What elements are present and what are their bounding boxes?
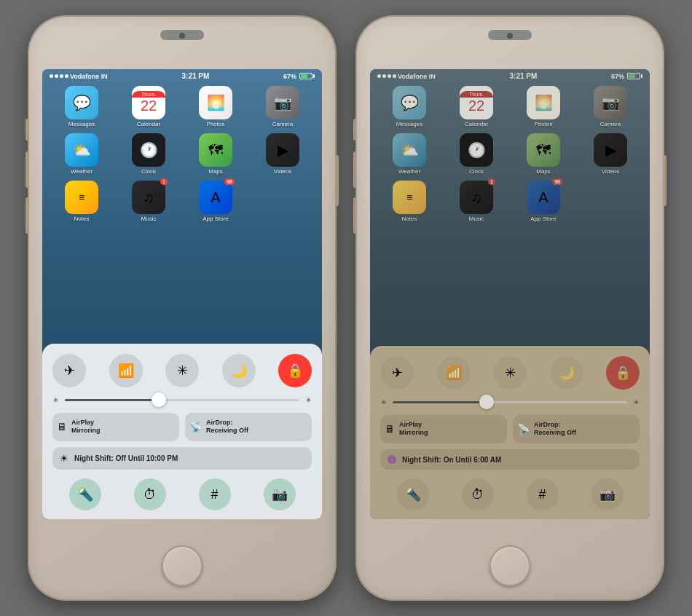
control-center-left: ✈ 📶 ✳ 🌙 🔒 ☀ ☀ bbox=[42, 344, 322, 519]
app-videos-right[interactable]: ▶ Videos bbox=[580, 133, 641, 175]
home-button-right[interactable] bbox=[489, 545, 530, 586]
app-weather-right[interactable]: ⛅ Weather bbox=[379, 133, 440, 175]
battery-icon-right bbox=[627, 73, 642, 79]
app-music-left[interactable]: ♫ 1 Music bbox=[118, 181, 179, 222]
volume-up-left[interactable] bbox=[25, 151, 29, 188]
camera-btn-right[interactable]: 📷 bbox=[591, 478, 624, 510]
app-calendar-left[interactable]: Thurs. 22 Calendar bbox=[118, 86, 179, 127]
battery-pct-right: 67% bbox=[611, 73, 624, 80]
app-notes-right[interactable]: ≡ Notes bbox=[379, 181, 440, 222]
battery-icon-left bbox=[299, 73, 315, 79]
right-phone: Vodafone IN 3:21 PM 67% 💬 Messages bbox=[357, 17, 663, 599]
brightness-slider-right[interactable]: ☀ ☀ bbox=[380, 398, 640, 406]
dnd-toggle-left[interactable]: 🌙 bbox=[222, 354, 256, 387]
app-clock-right[interactable]: 🕐 Clock bbox=[446, 133, 507, 175]
app-notes-left[interactable]: ≡ Notes bbox=[51, 181, 112, 222]
slider-track-right[interactable] bbox=[393, 401, 627, 403]
left-phone: Vodafone IN 3:21 PM 67% 💬 Messages bbox=[29, 17, 335, 599]
app-messages-left[interactable]: 💬 Messages bbox=[51, 86, 112, 127]
brightness-min-icon-left: ☀ bbox=[52, 396, 59, 404]
airplay-btn-right[interactable]: 🖥 AirPlayMirroring bbox=[380, 415, 507, 443]
brightness-max-icon-right: ☀ bbox=[633, 398, 640, 406]
bluetooth-toggle-left[interactable]: ✳ bbox=[165, 354, 199, 387]
volume-down-left[interactable] bbox=[25, 197, 29, 234]
camera-btn-left[interactable]: 📷 bbox=[264, 478, 296, 510]
night-shift-icon-left: ☀ bbox=[60, 453, 68, 464]
app-camera-right[interactable]: 📷 Camera bbox=[580, 86, 641, 127]
flashlight-btn-right[interactable]: 🔦 bbox=[397, 478, 429, 510]
night-shift-label-right: Night Shift: On Until 6:00 AM bbox=[402, 456, 501, 464]
app-camera-left[interactable]: 📷 Camera bbox=[252, 86, 313, 127]
app-grid-left: 💬 Messages Thurs. 22 Calendar 🌅 Photos 📷 bbox=[42, 82, 322, 226]
cc-service-row-left: 🖥 AirPlayMirroring 📡 AirDrop:Receiving O… bbox=[52, 413, 312, 441]
status-bar-left: Vodafone IN 3:21 PM 67% bbox=[42, 69, 322, 82]
dnd-toggle-right[interactable]: 🌙 bbox=[550, 356, 583, 390]
app-clock-left[interactable]: 🕐 Clock bbox=[118, 133, 179, 175]
airdrop-label-right: AirDrop:Receiving Off bbox=[534, 421, 576, 438]
airdrop-label-left: AirDrop:Receiving Off bbox=[206, 419, 248, 435]
brightness-max-icon-left: ☀ bbox=[305, 396, 312, 404]
volume-down-right[interactable] bbox=[353, 197, 357, 234]
timer-btn-right[interactable]: ⏱ bbox=[462, 478, 494, 510]
app-grid-right: 💬 Messages Thurs. 22 Calendar 🌅 Photos 📷 bbox=[370, 82, 650, 226]
rotation-lock-right[interactable]: 🔒 bbox=[606, 356, 640, 390]
camera-left bbox=[179, 33, 185, 39]
airdrop-icon-right: 📡 bbox=[517, 423, 530, 435]
app-music-right[interactable]: ♫ 1 Music bbox=[446, 181, 507, 222]
night-shift-btn-right[interactable]: Night Shift: On Until 6:00 AM bbox=[380, 449, 640, 470]
rotation-lock-left[interactable]: 🔒 bbox=[278, 354, 312, 387]
app-appstore-right[interactable]: A 98 App Store bbox=[513, 181, 574, 222]
cc-toggle-row-right: ✈ 📶 ✳ 🌙 🔒 bbox=[380, 356, 640, 390]
app-photos-left[interactable]: 🌅 Photos bbox=[185, 86, 246, 127]
phone-screen-left: Vodafone IN 3:21 PM 67% 💬 Messages bbox=[42, 69, 322, 519]
carrier-left: Vodafone IN bbox=[70, 73, 108, 80]
slider-track-left[interactable] bbox=[65, 399, 299, 401]
wifi-toggle-right[interactable]: 📶 bbox=[437, 356, 471, 390]
airplay-icon-right: 🖥 bbox=[385, 423, 395, 435]
ios-homescreen-right: Vodafone IN 3:21 PM 67% 💬 Messages bbox=[370, 69, 650, 519]
power-button-left[interactable] bbox=[335, 155, 339, 206]
battery-pct-left: 67% bbox=[283, 73, 296, 80]
airplane-mode-left[interactable]: ✈ bbox=[52, 354, 86, 387]
app-maps-right[interactable]: 🗺 Maps bbox=[513, 133, 574, 175]
mute-switch-right[interactable] bbox=[353, 119, 357, 141]
brightness-slider-left[interactable]: ☀ ☀ bbox=[52, 396, 312, 404]
flashlight-btn-left[interactable]: 🔦 bbox=[69, 478, 101, 510]
status-bar-right: Vodafone IN 3:21 PM 67% bbox=[370, 69, 650, 82]
home-button-left[interactable] bbox=[162, 545, 203, 586]
phone-screen-right: Vodafone IN 3:21 PM 67% 💬 Messages bbox=[370, 69, 650, 519]
timer-btn-left[interactable]: ⏱ bbox=[134, 478, 166, 510]
airplane-mode-right[interactable]: ✈ bbox=[380, 356, 414, 390]
wifi-toggle-left[interactable]: 📶 bbox=[109, 354, 143, 387]
app-videos-left[interactable]: ▶ Videos bbox=[252, 133, 313, 175]
mute-switch-left[interactable] bbox=[25, 119, 29, 141]
airplay-label-left: AirPlayMirroring bbox=[71, 419, 101, 435]
app-calendar-right[interactable]: Thurs. 22 Calendar bbox=[446, 86, 507, 127]
airplay-btn-left[interactable]: 🖥 AirPlayMirroring bbox=[52, 413, 179, 441]
time-right: 3:21 PM bbox=[510, 72, 538, 80]
control-center-right: ✈ 📶 ✳ 🌙 🔒 ☀ ☀ bbox=[370, 346, 650, 519]
app-messages-right[interactable]: 💬 Messages bbox=[379, 86, 440, 127]
airdrop-btn-left[interactable]: 📡 AirDrop:Receiving Off bbox=[185, 413, 312, 441]
airdrop-icon-left: 📡 bbox=[189, 421, 202, 433]
cc-toggle-row-left: ✈ 📶 ✳ 🌙 🔒 bbox=[52, 354, 312, 387]
cc-bottom-row-left: 🔦 ⏱ # 📷 bbox=[52, 478, 312, 510]
airdrop-btn-right[interactable]: 📡 AirDrop:Receiving Off bbox=[513, 415, 640, 443]
app-maps-left[interactable]: 🗺 Maps bbox=[185, 133, 246, 175]
carrier-right: Vodafone IN bbox=[398, 73, 436, 80]
app-appstore-left[interactable]: A 98 App Store bbox=[185, 181, 246, 222]
volume-up-right[interactable] bbox=[353, 151, 357, 188]
app-weather-left[interactable]: ⛅ Weather bbox=[51, 133, 112, 175]
night-shift-btn-left[interactable]: ☀ Night Shift: Off Until 10:00 PM bbox=[52, 447, 312, 470]
calculator-btn-right[interactable]: # bbox=[527, 478, 559, 510]
camera-right bbox=[507, 33, 513, 39]
cc-bottom-row-right: 🔦 ⏱ # 📷 bbox=[380, 478, 640, 510]
brightness-min-icon-right: ☀ bbox=[380, 398, 387, 406]
calculator-btn-left[interactable]: # bbox=[199, 478, 231, 510]
night-shift-label-left: Night Shift: Off Until 10:00 PM bbox=[74, 454, 178, 462]
app-photos-right[interactable]: 🌅 Photos bbox=[513, 86, 574, 127]
ios-homescreen-left: Vodafone IN 3:21 PM 67% 💬 Messages bbox=[42, 69, 322, 519]
bluetooth-toggle-right[interactable]: ✳ bbox=[493, 356, 527, 390]
cc-service-row-right: 🖥 AirPlayMirroring 📡 AirDrop:Receiving O… bbox=[380, 415, 640, 443]
power-button-right[interactable] bbox=[663, 155, 667, 206]
